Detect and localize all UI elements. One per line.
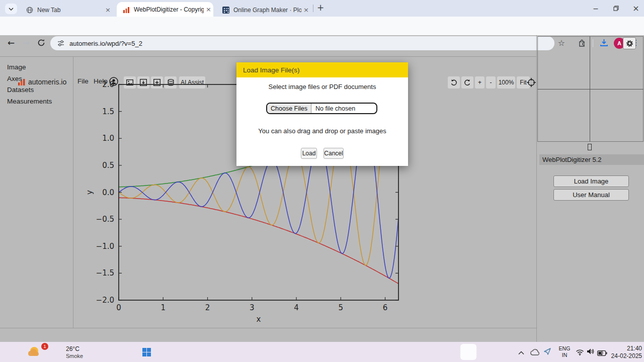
window-restore-button[interactable] [606, 0, 626, 17]
x-tick-label: 6 [383, 303, 388, 312]
start-button[interactable] [142, 348, 151, 356]
wpd-toolbar: automeris.io File Help [0, 35, 536, 57]
x-axis-label: x [257, 315, 261, 324]
load-image-dialog: Load Image File(s) Select image files or… [236, 62, 408, 166]
load-button[interactable]: Load [301, 148, 317, 159]
brand-title: automeris.io [28, 78, 66, 86]
language-indicator[interactable]: ENG [557, 345, 572, 351]
weather-temp[interactable]: 26°C [66, 345, 79, 352]
tab-label: WebPlotDigitizer - Copyright 20 [134, 6, 204, 13]
y-tick-label: 1.5 [102, 107, 114, 116]
new-tab-button[interactable]: + [317, 3, 324, 13]
choose-files-button[interactable]: Choose Files [267, 104, 311, 113]
x-tick-label: 1 [160, 303, 166, 312]
y-tick-label: −2.0 [96, 296, 114, 305]
chevron-up-icon [518, 351, 524, 355]
tab-close-icon[interactable]: × [103, 6, 113, 14]
tray-chevron-button[interactable] [518, 348, 524, 357]
tray-clock-time[interactable]: 21:40 [607, 345, 642, 352]
settings-gear-button[interactable] [623, 37, 636, 49]
tab-close-icon[interactable]: × [204, 6, 213, 13]
weather-condition[interactable]: Smoke [66, 353, 83, 359]
y-tick-label: 0.0 [102, 188, 114, 197]
globe-icon [26, 7, 33, 14]
x-tick-label: 4 [294, 303, 299, 312]
y-tick-label: −0.5 [96, 215, 114, 224]
y-tick-label: 1.0 [102, 134, 114, 143]
language-region[interactable]: IN [557, 352, 572, 358]
y-tick-label: 2.0 [102, 80, 114, 89]
tab-label: Online Graph Maker · Plotly Cha [233, 7, 301, 14]
onedrive-tray-icon[interactable] [530, 348, 540, 357]
zoom-preview-crosshair-h [537, 89, 643, 89]
tab-label: New Tab [37, 7, 103, 14]
canvas-bottom-divider [0, 328, 536, 328]
windows-taskbar: 1 26°C Smoke Search L 3 [0, 342, 644, 362]
file-chosen-status: No file chosen [311, 105, 355, 112]
tab-webplotdigitizer[interactable]: WebPlotDigitizer - Copyright 20 × [117, 2, 213, 17]
version-label: WebPlotDigitizer 5.2 [539, 154, 644, 165]
right-panel-divider [536, 35, 537, 342]
window-minimize-button[interactable]: − [586, 0, 606, 17]
cancel-button[interactable]: Cancel [324, 148, 344, 159]
file-input[interactable]: Choose Files No file chosen [266, 103, 377, 114]
sidebar-item-axes[interactable]: Axes [7, 75, 22, 85]
sidebar-item-datasets[interactable]: Datasets [7, 86, 34, 96]
y-tick-label: −1.5 [96, 268, 114, 278]
dialog-subtitle: Select image files or PDF documents [236, 83, 408, 90]
gear-icon [626, 40, 633, 47]
chevron-down-icon [9, 8, 14, 11]
y-tick-label: −1.0 [96, 242, 114, 251]
tab-plotly[interactable]: Online Graph Maker · Plotly Cha × [217, 3, 311, 17]
dialog-hint: You can also drag and drop or paste imag… [236, 127, 408, 135]
automeris-favicon [123, 6, 130, 13]
wifi-tray-icon[interactable] [576, 348, 584, 357]
x-tick-label: 0 [116, 303, 121, 312]
restore-icon [613, 6, 619, 11]
y-axis-label: y [85, 190, 94, 195]
x-tick-label: 5 [338, 303, 343, 312]
load-image-button[interactable]: Load Image [553, 175, 629, 187]
volume-tray-icon[interactable] [587, 348, 595, 357]
dialog-actions: Load Cancel [236, 148, 408, 159]
sidebar-item-measurements[interactable]: Measurements [7, 98, 52, 108]
series-lower-envelope [119, 198, 398, 284]
window-close-button[interactable]: × [626, 0, 644, 17]
y-tick-label: 0.5 [102, 161, 114, 170]
tab-new-tab[interactable]: New Tab × [21, 3, 113, 17]
user-manual-button[interactable]: User Manual [553, 189, 629, 201]
active-app-highlight [460, 344, 476, 360]
tab-separator [313, 5, 313, 12]
sidebar-item-image[interactable]: Image [7, 63, 26, 73]
weather-alert-badge: 1 [41, 343, 48, 350]
browser-tab-strip: New Tab × WebPlotDigitizer - Copyright 2… [0, 0, 644, 17]
location-tray-icon[interactable] [543, 347, 551, 357]
tab-close-icon[interactable]: × [301, 6, 311, 14]
dialog-title: Load Image File(s) [236, 62, 408, 77]
browser-toolbar: ← → automeris.io/wpd/?v=5_2 ☆ A ⋮ [0, 17, 644, 35]
tray-clock-date[interactable]: 24-02-2025 [607, 352, 642, 359]
x-tick-label: 3 [250, 303, 255, 312]
plotly-favicon [222, 7, 229, 14]
tab-search-button[interactable] [5, 4, 17, 14]
battery-tray-icon[interactable] [597, 349, 607, 358]
missing-glyph-box [588, 144, 592, 150]
x-tick-label: 2 [205, 303, 210, 312]
